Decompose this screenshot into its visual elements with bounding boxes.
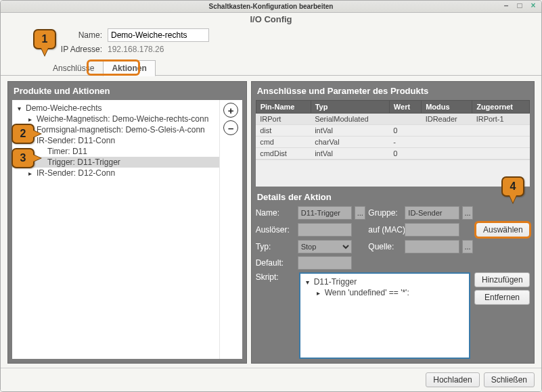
default-field[interactable] (298, 256, 353, 270)
panels: Produkte und Aktionen ▾Demo-Weiche-recht… (1, 75, 541, 368)
schliessen-button[interactable]: Schließen (484, 372, 535, 387)
tree-root[interactable]: ▾Demo-Weiche-rechts (12, 103, 219, 114)
tabs: Anschlüsse Aktionen (1, 59, 541, 76)
close-icon[interactable]: × (529, 1, 537, 9)
tree-wrap: ▾Demo-Weiche-rechts ▸Weiche-Magnetisch: … (12, 100, 242, 359)
col-pin[interactable]: Pin-Name (256, 101, 311, 114)
label-skript: Skript: (256, 272, 295, 359)
name-row: Name: (1, 27, 541, 43)
tree-node-trigger[interactable]: Trigger: D11-Trigger (12, 157, 219, 168)
script-side: Hinzufügen Entfernen (474, 272, 530, 359)
chevron-right-icon: ▸ (28, 170, 35, 177)
panel-products: Produkte und Aktionen ▾Demo-Weiche-recht… (7, 81, 247, 364)
tree-node[interactable]: ▸Formsignal-magnetisch: Demo-S-Gleis-A-c… (12, 124, 219, 135)
remove-button[interactable]: – (223, 120, 238, 135)
label-default: Default: (256, 258, 295, 268)
label-name: Name: (256, 208, 295, 218)
titlebar: Schaltkasten-Konfiguration bearbeiten – … (1, 1, 541, 13)
ip-value: 192.168.178.26 (108, 45, 164, 54)
panel-details: Anschlüsse und Parameter des Produkts Pi… (251, 81, 535, 364)
tab-connections[interactable]: Anschlüsse (44, 60, 103, 76)
entfernen-button[interactable]: Entfernen (474, 290, 530, 305)
tree-node[interactable]: ▸Weiche-Magnetisch: Demo-Weiche-rechts-c… (12, 114, 219, 124)
chevron-right-icon: ▸ (28, 116, 35, 123)
detail-grid: Name: ... Gruppe: ... Auslöser: auf (MAC… (256, 206, 530, 270)
maximize-icon[interactable]: □ (516, 1, 524, 9)
table-row[interactable]: distintVal0 (256, 125, 529, 137)
tree[interactable]: ▾Demo-Weiche-rechts ▸Weiche-Magnetisch: … (12, 100, 219, 359)
chevron-down-icon: ▾ (306, 278, 313, 286)
pins-table: Pin-Name Typ Wert Modus Zugeornet IRPort… (256, 100, 530, 160)
tree-node[interactable]: ▸IR-Sender: D12-Conn (12, 168, 219, 178)
mac-field[interactable] (405, 223, 459, 237)
minimize-icon[interactable]: – (502, 1, 510, 9)
gruppe-dots-button[interactable]: ... (462, 206, 473, 220)
name-field[interactable] (298, 206, 353, 220)
auswaehlen-button[interactable]: Auswählen (476, 222, 530, 237)
script-line[interactable]: ▸Wenn 'undefined' == '*': (304, 287, 465, 298)
table-row[interactable]: cmdcharVal- (256, 137, 529, 148)
panel-action-title: Details der Aktion (257, 192, 530, 202)
quelle-dots-button[interactable]: ... (462, 240, 473, 253)
chevron-right-icon: ▸ (317, 289, 323, 297)
col-assigned[interactable]: Zugeornet (472, 101, 530, 114)
panel-pins-title: Anschlüsse und Parameter des Produkts (257, 86, 530, 96)
hochladen-button[interactable]: Hochladen (426, 372, 479, 387)
ausloeser-field[interactable] (298, 223, 353, 237)
name-input[interactable] (108, 28, 209, 42)
window-title: Schaltkasten-Konfiguration bearbeiten (209, 3, 334, 10)
script-root[interactable]: ▾D11-Trigger (304, 276, 465, 287)
label-quelle: Quelle: (368, 242, 402, 251)
typ-select[interactable]: Stop (298, 240, 353, 253)
table-row[interactable]: IRPortSerialModulatedIDReaderIRPort-1 (256, 114, 529, 125)
hinzufuegen-button[interactable]: Hinzufügen (474, 272, 530, 287)
callout-3: 3 (12, 148, 35, 168)
tree-node-d11[interactable]: ▾IR-Sender: D11-Conn (12, 135, 219, 146)
footer: Hochladen Schließen (1, 368, 541, 391)
gruppe-field[interactable] (405, 206, 459, 220)
label-gruppe: Gruppe: (368, 208, 402, 218)
ip-row: IP Adresse: 192.168.178.26 (1, 43, 541, 55)
window: Schaltkasten-Konfiguration bearbeiten – … (0, 0, 542, 392)
label-ausloeser: Auslöser: (256, 225, 295, 235)
script-box[interactable]: ▾D11-Trigger ▸Wenn 'undefined' == '*': (299, 272, 470, 359)
add-button[interactable]: + (223, 103, 238, 118)
label-aufmac: auf (MAC) (368, 225, 402, 235)
window-controls: – □ × (502, 1, 537, 9)
name-dots-button[interactable]: ... (355, 206, 365, 220)
table-row[interactable]: cmdDistintVal0 (256, 148, 529, 160)
chevron-down-icon: ▾ (18, 105, 24, 112)
callout-2: 2 (12, 124, 35, 144)
label-typ: Typ: (256, 242, 295, 251)
col-typ[interactable]: Typ (311, 101, 389, 114)
callout-4: 4 (501, 176, 524, 197)
tab-actions[interactable]: Aktionen (103, 60, 155, 76)
page-title: I/O Config (1, 13, 541, 27)
callout-1: 1 (33, 29, 56, 49)
table-filler (256, 160, 530, 187)
col-wert[interactable]: Wert (389, 101, 421, 114)
tree-buttons: + – (219, 100, 242, 359)
col-modus[interactable]: Modus (422, 101, 472, 114)
tree-node-timer[interactable]: Timer: D11 (12, 146, 219, 157)
panel-products-title: Produkte und Aktionen (14, 86, 242, 96)
quelle-field[interactable] (405, 240, 459, 253)
